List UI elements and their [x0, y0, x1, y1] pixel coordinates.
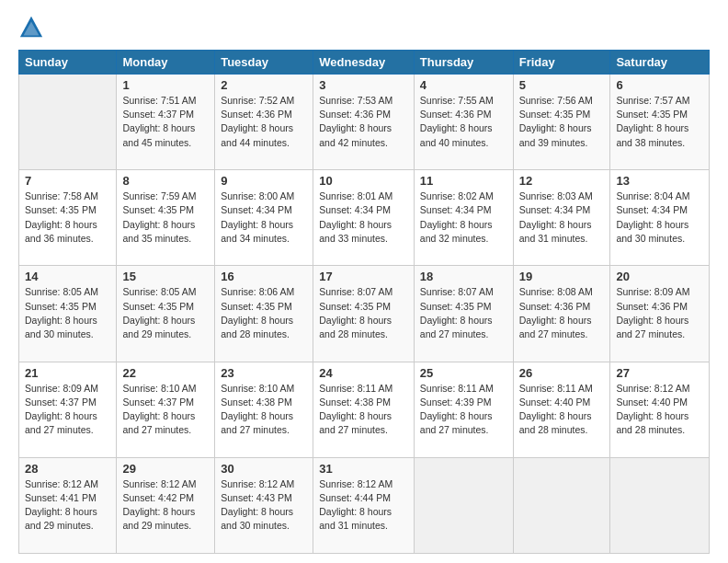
day-detail: Sunrise: 8:07 AMSunset: 4:35 PMDaylight:… — [420, 285, 507, 341]
day-detail: Sunrise: 8:06 AMSunset: 4:35 PMDaylight:… — [221, 285, 307, 341]
day-number: 3 — [319, 78, 408, 92]
day-number: 22 — [122, 366, 209, 380]
day-detail: Sunrise: 8:12 AMSunset: 4:41 PMDaylight:… — [25, 477, 110, 534]
calendar-cell: 24 Sunrise: 8:11 AMSunset: 4:38 PMDaylig… — [313, 362, 415, 457]
day-number: 10 — [319, 174, 408, 188]
day-number: 23 — [221, 366, 307, 380]
calendar-cell — [513, 457, 610, 553]
day-number: 12 — [519, 174, 605, 188]
day-number: 31 — [319, 462, 408, 476]
day-number: 29 — [122, 462, 209, 476]
day-number: 18 — [420, 270, 507, 283]
calendar-cell: 15 Sunrise: 8:05 AMSunset: 4:35 PMDaylig… — [117, 266, 215, 362]
day-detail: Sunrise: 7:58 AMSunset: 4:35 PMDaylight:… — [25, 190, 110, 246]
day-detail: Sunrise: 8:11 AMSunset: 4:40 PMDaylight:… — [519, 382, 605, 438]
day-number: 8 — [122, 174, 209, 188]
calendar-cell: 6 Sunrise: 7:57 AMSunset: 4:35 PMDayligh… — [610, 75, 710, 170]
day-detail: Sunrise: 8:02 AMSunset: 4:34 PMDaylight:… — [420, 190, 507, 246]
day-detail: Sunrise: 7:55 AMSunset: 4:36 PMDaylight:… — [420, 94, 507, 150]
day-number: 30 — [221, 462, 307, 476]
day-number: 4 — [420, 78, 507, 92]
day-detail: Sunrise: 7:52 AMSunset: 4:36 PMDaylight:… — [221, 94, 307, 150]
day-detail: Sunrise: 7:56 AMSunset: 4:35 PMDaylight:… — [519, 94, 605, 150]
day-detail: Sunrise: 7:53 AMSunset: 4:36 PMDaylight:… — [319, 94, 408, 150]
calendar-cell: 27 Sunrise: 8:12 AMSunset: 4:40 PMDaylig… — [610, 362, 710, 457]
calendar-cell — [414, 457, 513, 553]
day-number: 14 — [25, 270, 110, 283]
column-header-thursday: Thursday — [414, 51, 513, 75]
calendar-cell: 11 Sunrise: 8:02 AMSunset: 4:34 PMDaylig… — [414, 170, 513, 266]
calendar-cell — [610, 457, 710, 553]
page: SundayMondayTuesdayWednesdayThursdayFrid… — [0, 0, 728, 563]
calendar-cell: 8 Sunrise: 7:59 AMSunset: 4:35 PMDayligh… — [117, 170, 215, 266]
calendar-cell: 9 Sunrise: 8:00 AMSunset: 4:34 PMDayligh… — [215, 170, 313, 266]
day-detail: Sunrise: 8:12 AMSunset: 4:42 PMDaylight:… — [122, 477, 209, 534]
column-header-sunday: Sunday — [19, 51, 117, 75]
day-number: 19 — [519, 270, 605, 283]
calendar-cell: 4 Sunrise: 7:55 AMSunset: 4:36 PMDayligh… — [414, 75, 513, 170]
calendar-cell: 5 Sunrise: 7:56 AMSunset: 4:35 PMDayligh… — [513, 75, 610, 170]
logo-icon — [18, 15, 44, 40]
day-number: 7 — [25, 174, 110, 188]
calendar-cell: 21 Sunrise: 8:09 AMSunset: 4:37 PMDaylig… — [19, 362, 117, 457]
calendar-cell: 20 Sunrise: 8:09 AMSunset: 4:36 PMDaylig… — [610, 266, 710, 362]
day-number: 9 — [221, 174, 307, 188]
logo — [18, 15, 48, 40]
day-number: 1 — [122, 78, 209, 92]
column-header-wednesday: Wednesday — [313, 51, 415, 75]
day-detail: Sunrise: 8:10 AMSunset: 4:38 PMDaylight:… — [221, 382, 307, 438]
column-header-friday: Friday — [513, 51, 610, 75]
calendar-week-row: 1 Sunrise: 7:51 AMSunset: 4:37 PMDayligh… — [19, 75, 710, 170]
day-number: 24 — [319, 366, 408, 380]
day-number: 25 — [420, 366, 507, 380]
day-detail: Sunrise: 8:05 AMSunset: 4:35 PMDaylight:… — [122, 285, 209, 341]
column-header-tuesday: Tuesday — [215, 51, 313, 75]
day-number: 11 — [420, 174, 507, 188]
calendar-body: 1 Sunrise: 7:51 AMSunset: 4:37 PMDayligh… — [19, 75, 710, 554]
calendar-cell: 26 Sunrise: 8:11 AMSunset: 4:40 PMDaylig… — [513, 362, 610, 457]
day-number: 15 — [122, 270, 209, 283]
day-number: 13 — [616, 174, 703, 188]
day-number: 16 — [221, 270, 307, 283]
calendar-week-row: 21 Sunrise: 8:09 AMSunset: 4:37 PMDaylig… — [19, 362, 710, 457]
calendar-cell: 13 Sunrise: 8:04 AMSunset: 4:34 PMDaylig… — [610, 170, 710, 266]
day-number: 28 — [25, 462, 110, 476]
day-detail: Sunrise: 8:07 AMSunset: 4:35 PMDaylight:… — [319, 285, 408, 341]
calendar-cell: 1 Sunrise: 7:51 AMSunset: 4:37 PMDayligh… — [117, 75, 215, 170]
day-number: 5 — [519, 78, 605, 92]
day-detail: Sunrise: 7:51 AMSunset: 4:37 PMDaylight:… — [122, 94, 209, 150]
calendar-cell: 25 Sunrise: 8:11 AMSunset: 4:39 PMDaylig… — [414, 362, 513, 457]
calendar-header-row: SundayMondayTuesdayWednesdayThursdayFrid… — [19, 51, 710, 75]
day-number: 2 — [221, 78, 307, 92]
calendar-cell: 10 Sunrise: 8:01 AMSunset: 4:34 PMDaylig… — [313, 170, 415, 266]
calendar-cell: 16 Sunrise: 8:06 AMSunset: 4:35 PMDaylig… — [215, 266, 313, 362]
day-detail: Sunrise: 8:03 AMSunset: 4:34 PMDaylight:… — [519, 190, 605, 246]
calendar-cell: 31 Sunrise: 8:12 AMSunset: 4:44 PMDaylig… — [313, 457, 415, 553]
day-detail: Sunrise: 8:11 AMSunset: 4:38 PMDaylight:… — [319, 382, 408, 438]
calendar-cell: 14 Sunrise: 8:05 AMSunset: 4:35 PMDaylig… — [19, 266, 117, 362]
calendar-cell: 22 Sunrise: 8:10 AMSunset: 4:37 PMDaylig… — [117, 362, 215, 457]
calendar-week-row: 7 Sunrise: 7:58 AMSunset: 4:35 PMDayligh… — [19, 170, 710, 266]
column-header-saturday: Saturday — [610, 51, 710, 75]
calendar-cell: 18 Sunrise: 8:07 AMSunset: 4:35 PMDaylig… — [414, 266, 513, 362]
calendar-cell: 3 Sunrise: 7:53 AMSunset: 4:36 PMDayligh… — [313, 75, 415, 170]
day-number: 26 — [519, 366, 605, 380]
day-number: 20 — [616, 270, 703, 283]
calendar-cell — [19, 75, 117, 170]
calendar-week-row: 14 Sunrise: 8:05 AMSunset: 4:35 PMDaylig… — [19, 266, 710, 362]
day-detail: Sunrise: 8:09 AMSunset: 4:37 PMDaylight:… — [25, 382, 110, 438]
day-detail: Sunrise: 8:00 AMSunset: 4:34 PMDaylight:… — [221, 190, 307, 246]
calendar-cell: 12 Sunrise: 8:03 AMSunset: 4:34 PMDaylig… — [513, 170, 610, 266]
calendar-cell: 23 Sunrise: 8:10 AMSunset: 4:38 PMDaylig… — [215, 362, 313, 457]
day-detail: Sunrise: 8:04 AMSunset: 4:34 PMDaylight:… — [616, 190, 703, 246]
day-number: 6 — [616, 78, 703, 92]
day-detail: Sunrise: 8:10 AMSunset: 4:37 PMDaylight:… — [122, 382, 209, 438]
day-number: 27 — [616, 366, 703, 380]
calendar-table: SundayMondayTuesdayWednesdayThursdayFrid… — [18, 50, 710, 554]
day-detail: Sunrise: 8:12 AMSunset: 4:44 PMDaylight:… — [319, 477, 408, 534]
calendar-cell: 28 Sunrise: 8:12 AMSunset: 4:41 PMDaylig… — [19, 457, 117, 553]
day-detail: Sunrise: 8:05 AMSunset: 4:35 PMDaylight:… — [25, 285, 110, 341]
calendar-cell: 29 Sunrise: 8:12 AMSunset: 4:42 PMDaylig… — [117, 457, 215, 553]
calendar-cell: 2 Sunrise: 7:52 AMSunset: 4:36 PMDayligh… — [215, 75, 313, 170]
day-number: 21 — [25, 366, 110, 380]
